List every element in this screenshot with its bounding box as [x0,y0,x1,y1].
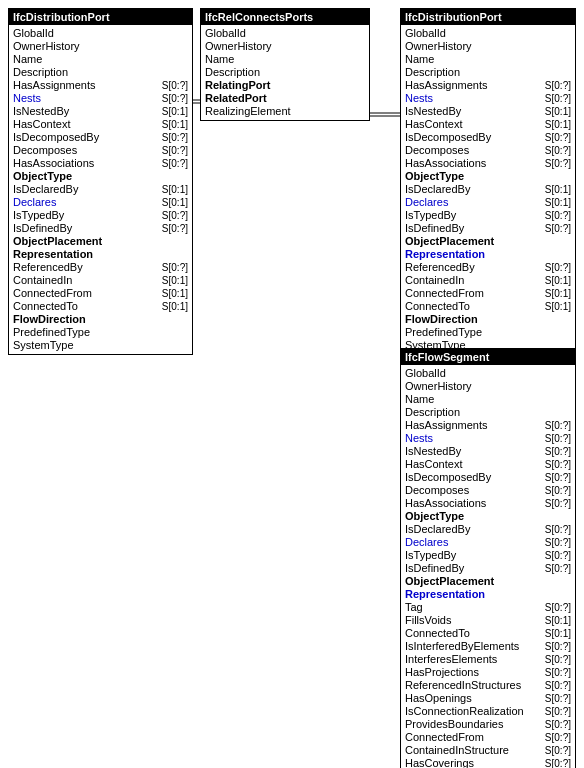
table-row: Representation [13,248,188,261]
table-row: IsDecomposedByS[0:?] [405,471,571,484]
ifc-rel-connects-ports-box: IfcRelConnectsPorts GlobalId OwnerHistor… [200,8,370,121]
table-row: DeclaresS[0:?] [405,536,571,549]
ifc-distribution-port-2-box: IfcDistributionPort GlobalId OwnerHistor… [400,8,576,355]
ifc-rel-connects-ports-body: GlobalId OwnerHistory Name Description R… [201,25,369,120]
table-row: Name [205,53,365,66]
table-row: RelatedPort [205,92,365,105]
table-row: IsNestedByS[0:1] [405,105,571,118]
table-row: ConnectedToS[0:1] [13,300,188,313]
table-row: ConnectedToS[0:1] [405,300,571,313]
diagram-container: IfcDistributionPort GlobalId OwnerHistor… [0,0,584,768]
table-row: IsConnectionRealizationS[0:?] [405,705,571,718]
table-row: IsTypedByS[0:?] [13,209,188,222]
table-row: NestsS[0:?] [13,92,188,105]
table-row: IsInterferedByElementsS[0:?] [405,640,571,653]
table-row: IsDeclaredByS[0:1] [405,183,571,196]
table-row: Name [405,53,571,66]
table-row: HasCoveringsS[0:?] [405,757,571,768]
table-row: HasAssignmentsS[0:?] [13,79,188,92]
table-row: IsTypedByS[0:?] [405,209,571,222]
table-row: RealizingElement [205,105,365,118]
table-row: Representation [405,248,571,261]
table-row: DeclaresS[0:1] [13,196,188,209]
table-row: HasAssignmentsS[0:?] [405,419,571,432]
ifc-distribution-port-1-box: IfcDistributionPort GlobalId OwnerHistor… [8,8,193,355]
table-row: Description [405,66,571,79]
table-row: Name [405,393,571,406]
table-row: SystemType [13,339,188,352]
table-row: ObjectPlacement [405,235,571,248]
table-row: GlobalId [405,367,571,380]
table-row: OwnerHistory [405,380,571,393]
table-row: HasAssociationsS[0:?] [405,497,571,510]
table-row: FillsVoidsS[0:1] [405,614,571,627]
table-row: HasAssignmentsS[0:?] [405,79,571,92]
table-row: ObjectPlacement [405,575,571,588]
table-row: IsNestedByS[0:?] [405,445,571,458]
table-row: Description [205,66,365,79]
table-row: Description [405,406,571,419]
ifc-distribution-port-1-header: IfcDistributionPort [9,9,192,25]
ifc-flow-segment-header: IfcFlowSegment [401,349,575,365]
table-row: PredefinedType [405,326,571,339]
table-row: ObjectType [13,170,188,183]
table-row: Description [13,66,188,79]
table-row: IsDeclaredByS[0:1] [13,183,188,196]
table-row: HasOpeningsS[0:?] [405,692,571,705]
table-row: OwnerHistory [13,40,188,53]
ifc-rel-connects-ports-header: IfcRelConnectsPorts [201,9,369,25]
table-row: ConnectedFromS[0:1] [405,287,571,300]
table-row: ConnectedFromS[0:?] [405,731,571,744]
ifc-flow-segment-body: GlobalId OwnerHistory Name Description H… [401,365,575,768]
table-row: GlobalId [13,27,188,40]
table-row: NestsS[0:?] [405,92,571,105]
table-row: DecomposesS[0:?] [405,484,571,497]
table-row: IsDefinedByS[0:?] [13,222,188,235]
table-row: DecomposesS[0:?] [405,144,571,157]
table-row: IsDecomposedByS[0:?] [405,131,571,144]
table-row: IsDefinedByS[0:?] [405,562,571,575]
table-row: HasAssociationsS[0:?] [405,157,571,170]
table-row: PredefinedType [13,326,188,339]
ifc-flow-segment-box: IfcFlowSegment GlobalId OwnerHistory Nam… [400,348,576,768]
table-row: RelatingPort [205,79,365,92]
table-row: FlowDirection [405,313,571,326]
table-row: GlobalId [205,27,365,40]
table-row: ObjectPlacement [13,235,188,248]
table-row: ReferencedByS[0:?] [405,261,571,274]
table-row: FlowDirection [13,313,188,326]
ifc-distribution-port-2-body: GlobalId OwnerHistory Name Description H… [401,25,575,354]
ifc-distribution-port-1-body: GlobalId OwnerHistory Name Description H… [9,25,192,354]
table-row: DecomposesS[0:?] [13,144,188,157]
table-row: ConnectedFromS[0:1] [13,287,188,300]
table-row: ReferencedByS[0:?] [13,261,188,274]
table-row: DeclaresS[0:1] [405,196,571,209]
table-row: IsNestedByS[0:1] [13,105,188,118]
table-row: ProvidesBoundariesS[0:?] [405,718,571,731]
table-row: ContainedInS[0:1] [13,274,188,287]
table-row: TagS[0:?] [405,601,571,614]
table-row: OwnerHistory [405,40,571,53]
table-row: ObjectType [405,170,571,183]
table-row: HasContextS[0:?] [405,458,571,471]
table-row: ReferencedInStructuresS[0:?] [405,679,571,692]
table-row: HasProjectionsS[0:?] [405,666,571,679]
table-row: GlobalId [405,27,571,40]
table-row: HasContextS[0:1] [405,118,571,131]
table-row: OwnerHistory [205,40,365,53]
table-row: HasAssociationsS[0:?] [13,157,188,170]
table-row: InterferesElementsS[0:?] [405,653,571,666]
table-row: ConnectedToS[0:1] [405,627,571,640]
table-row: NestsS[0:?] [405,432,571,445]
table-row: IsDecomposedByS[0:?] [13,131,188,144]
table-row: ObjectType [405,510,571,523]
table-row: HasContextS[0:1] [13,118,188,131]
ifc-distribution-port-2-header: IfcDistributionPort [401,9,575,25]
table-row: ContainedInS[0:1] [405,274,571,287]
table-row: IsTypedByS[0:?] [405,549,571,562]
table-row: IsDefinedByS[0:?] [405,222,571,235]
table-row: Name [13,53,188,66]
table-row: Representation [405,588,571,601]
table-row: IsDeclaredByS[0:?] [405,523,571,536]
table-row: ContainedInStructureS[0:?] [405,744,571,757]
